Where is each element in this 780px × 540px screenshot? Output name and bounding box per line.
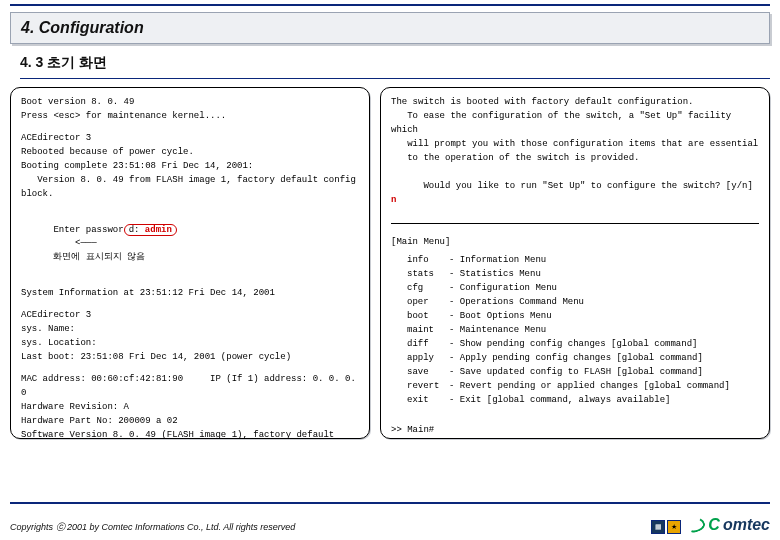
lastboot-line: Last boot: 23:51:08 Fri Dec 14, 2001 (po… [21, 351, 359, 365]
menu-cmd: cfg [391, 282, 449, 296]
menu-cmd: save [391, 366, 449, 380]
menu-item: cfg- Configuration Menu [391, 282, 759, 296]
menu-desc: - Boot Options Menu [449, 310, 759, 324]
factory-default-line: The switch is booted with factory defaul… [391, 96, 759, 110]
menu-item: exit- Exit [global command, always avail… [391, 394, 759, 408]
menu-item: revert- Revert pending or applied change… [391, 380, 759, 394]
setup-prompt-text: Would you like to run "Set Up" to config… [423, 181, 758, 191]
menu-cmd: exit [391, 394, 449, 408]
device-line-2: ACEdirector 3 [21, 309, 359, 323]
esc-line: Press <esc> for maintenance kernel.... [21, 110, 359, 124]
setup-desc-1: To ease the configuration of the switch,… [391, 110, 759, 138]
menu-cmd: stats [391, 268, 449, 282]
badge-icon: ▦ [651, 520, 665, 534]
menu-desc: - Revert pending or applied changes [glo… [449, 380, 759, 394]
comtec-logo: Comtec [687, 516, 770, 534]
menu-cmd: diff [391, 338, 449, 352]
mac-ip-line: MAC address: 00:60:cf:42:81:90 IP (If 1)… [21, 373, 359, 401]
menu-cmd: apply [391, 352, 449, 366]
password-line: Enter password: admin <——— 화면에 표시되지 않음 [21, 210, 359, 280]
booting-complete: Booting complete 23:51:08 Fri Dec 14, 20… [21, 160, 359, 174]
syslocation-line: sys. Location: [21, 337, 359, 351]
subsection-rule [20, 78, 770, 79]
footer: Copyrights ⓒ 2001 by Comtec Informations… [10, 516, 770, 534]
menu-item: stats- Statistics Menu [391, 268, 759, 282]
divider-line [391, 223, 759, 224]
menu-desc: - Apply pending config changes [global c… [449, 352, 759, 366]
password-note: 화면에 표시되지 않음 [53, 252, 145, 262]
menu-item: oper- Operations Command Menu [391, 296, 759, 310]
menu-desc: - Exit [global command, always available… [449, 394, 759, 408]
password-circled: d: admin [124, 224, 177, 236]
menu-desc: - Show pending config changes [global co… [449, 338, 759, 352]
menu-cmd: oper [391, 296, 449, 310]
password-value: admin [145, 225, 172, 235]
main-menu-list: info- Information Menustats- Statistics … [391, 254, 759, 407]
terminal-panel-left: Boot version 8. 0. 49 Press <esc> for ma… [10, 87, 370, 439]
logo-group: ▦ ★ Comtec [651, 516, 770, 534]
menu-item: info- Information Menu [391, 254, 759, 268]
menu-item: boot- Boot Options Menu [391, 310, 759, 324]
menu-cmd: revert [391, 380, 449, 394]
setup-desc-3: to the operation of the switch is provid… [391, 152, 759, 166]
top-rule [10, 4, 770, 6]
menu-cmd: maint [391, 324, 449, 338]
menu-desc: - Configuration Menu [449, 282, 759, 296]
menu-item: diff- Show pending config changes [globa… [391, 338, 759, 352]
content-panels: Boot version 8. 0. 49 Press <esc> for ma… [10, 87, 770, 439]
menu-item: apply- Apply pending config changes [glo… [391, 352, 759, 366]
menu-title: [Main Menu] [391, 236, 759, 250]
device-line-1: ACEdirector 3 [21, 132, 359, 146]
hw-part-line: Hardware Part No: 200009 a 02 [21, 415, 359, 429]
section-header: 4. Configuration [10, 12, 770, 44]
reboot-reason: Rebooted because of power cycle. [21, 146, 359, 160]
menu-cmd: boot [391, 310, 449, 324]
shell-prompt: >> Main# [391, 424, 759, 438]
menu-desc: - Maintenance Menu [449, 324, 759, 338]
password-label: Enter passwor [53, 225, 123, 235]
menu-desc: - Statistics Menu [449, 268, 759, 282]
logo-letter-c: C [708, 516, 720, 534]
sysinfo-line: System Information at 23:51:12 Fri Dec 1… [21, 287, 359, 301]
footer-rule [10, 502, 770, 504]
subsection-title: 4. 3 초기 화면 [20, 54, 770, 72]
copyright-text: Copyrights ⓒ 2001 by Comtec Informations… [10, 521, 295, 534]
swoosh-icon [685, 515, 707, 534]
menu-item: save- Save updated config to FLASH [glob… [391, 366, 759, 380]
boot-version-line: Boot version 8. 0. 49 [21, 96, 359, 110]
menu-desc: - Operations Command Menu [449, 296, 759, 310]
cert-badges: ▦ ★ [651, 520, 681, 534]
setup-prompt-line: Would you like to run "Set Up" to config… [391, 166, 759, 222]
hw-rev-line: Hardware Revision: A [21, 401, 359, 415]
menu-desc: - Information Menu [449, 254, 759, 268]
version-detail: Version 8. 0. 49 from FLASH image 1, fac… [21, 174, 359, 202]
setup-desc-2: will prompt you with those configuration… [391, 138, 759, 152]
menu-item: maint- Maintenance Menu [391, 324, 759, 338]
logo-rest: omtec [723, 516, 770, 534]
badge-icon: ★ [667, 520, 681, 534]
menu-cmd: info [391, 254, 449, 268]
section-title: 4. Configuration [21, 19, 144, 36]
sysname-line: sys. Name: [21, 323, 359, 337]
sw-version-line: Software Version 8. 0. 49 (FLASH image 1… [21, 429, 359, 439]
menu-desc: - Save updated config to FLASH [global c… [449, 366, 759, 380]
arrow-icon: <——— [75, 238, 97, 248]
terminal-panel-right: The switch is booted with factory defaul… [380, 87, 770, 439]
setup-answer: n [391, 195, 396, 205]
